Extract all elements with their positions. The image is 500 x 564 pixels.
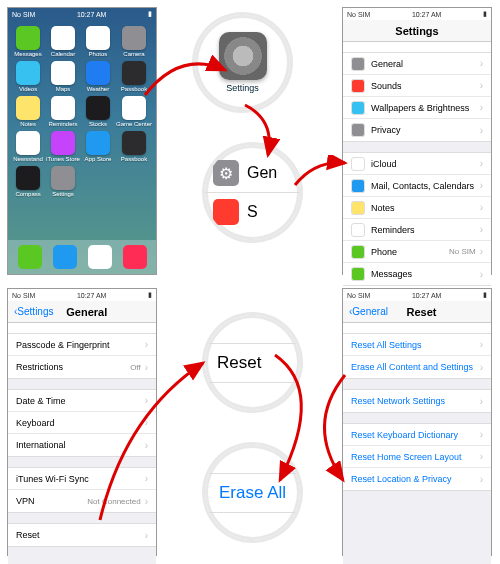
app-newsstand[interactable]: Newsstand [12,131,44,162]
row-international[interactable]: International› [8,434,156,456]
app-game-center[interactable]: Game Center [116,96,152,127]
chevron-right-icon: › [145,395,148,406]
row-label: VPN [16,496,87,506]
row-notes[interactable]: Notes› [343,197,491,219]
app-icon [86,131,110,155]
app-photos[interactable]: Photos [82,26,114,57]
row-keyboard[interactable]: Keyboard› [8,412,156,434]
app-icon [122,26,146,50]
app-label: Maps [56,86,71,92]
app-passbook[interactable]: Passbook [116,131,152,162]
row-erase-all-content-and-settings[interactable]: Erase All Content and Settings› [343,356,491,378]
row-mail-contacts-calendars[interactable]: Mail, Contacts, Calendars› [343,175,491,197]
row-label: Notes [371,203,480,213]
app-icon [86,26,110,50]
app-label: Weather [87,86,110,92]
dock-phone[interactable] [18,245,42,269]
row-reminders[interactable]: Reminders› [343,219,491,241]
app-label: Settings [226,83,259,93]
row-value: No SIM [449,247,476,256]
app-label: Videos [19,86,37,92]
reset-group-2: Reset Network Settings› [343,389,491,413]
row-reset-keyboard-dictionary[interactable]: Reset Keyboard Dictionary› [343,424,491,446]
general-group-1: Passcode & Fingerprint›RestrictionsOff› [8,333,156,379]
row-messages[interactable]: Messages› [343,263,491,285]
app-icon [16,61,40,85]
app-compass[interactable]: Compass [12,166,44,197]
app-label: Camera [123,51,144,57]
app-settings[interactable]: Settings [46,166,80,197]
dock [8,240,156,274]
row-wallpapers-brightness[interactable]: Wallpapers & Brightness› [343,97,491,119]
row-general[interactable]: General› [343,53,491,75]
app-icon [16,131,40,155]
app-app-store[interactable]: App Store [82,131,114,162]
app-notes[interactable]: Notes [12,96,44,127]
row-icon [351,57,365,71]
row-privacy[interactable]: Privacy› [343,119,491,141]
general-group-2: Date & Time›Keyboard›International› [8,389,156,457]
app-icon [16,26,40,50]
row-icon [351,101,365,115]
chevron-right-icon: › [480,429,483,440]
row-sounds[interactable]: Sounds› [343,75,491,97]
sounds-icon [213,199,239,225]
app-maps[interactable]: Maps [46,61,80,92]
row-reset-home-screen-layout[interactable]: Reset Home Screen Layout› [343,446,491,468]
zoom-reset-row: Reset [205,315,300,410]
app-label: Photos [89,51,108,57]
app-passbook[interactable]: Passbook [116,61,152,92]
carrier: No SIM [347,292,370,299]
chevron-right-icon: › [145,496,148,507]
app-stocks[interactable]: Stocks [82,96,114,127]
app-messages[interactable]: Messages [12,26,44,57]
gear-icon: ⚙ [213,160,239,186]
row-vpn[interactable]: VPNNot Connected› [8,490,156,512]
row-label: Reset Keyboard Dictionary [351,430,480,440]
app-camera[interactable]: Camera [116,26,152,57]
status-bar: No SIM 10:27 AM ▮ [8,289,156,301]
row-label: Passcode & Fingerprint [16,340,145,350]
row-itunes-wi-fi-sync[interactable]: iTunes Wi-Fi Sync› [8,468,156,490]
app-weather[interactable]: Weather [82,61,114,92]
dock-safari[interactable] [88,245,112,269]
app-label: Calendar [51,51,75,57]
reset-group-3: Reset Keyboard Dictionary›Reset Home Scr… [343,423,491,491]
carrier: No SIM [12,11,35,18]
row-date-time[interactable]: Date & Time› [8,390,156,412]
app-itunes-store[interactable]: iTunes Store [46,131,80,162]
row-reset-network-settings[interactable]: Reset Network Settings› [343,390,491,412]
chevron-right-icon: › [145,339,148,350]
app-videos[interactable]: Videos [12,61,44,92]
chevron-right-icon: › [480,246,483,257]
row-label-partial: S [247,203,258,221]
app-calendar[interactable]: Calendar [46,26,80,57]
row-passcode-fingerprint[interactable]: Passcode & Fingerprint› [8,334,156,356]
app-reminders[interactable]: Reminders [46,96,80,127]
row-label: Mail, Contacts, Calendars [371,181,480,191]
dock-music[interactable] [123,245,147,269]
row-icloud[interactable]: iCloud› [343,153,491,175]
row-restrictions[interactable]: RestrictionsOff› [8,356,156,378]
carrier: No SIM [347,11,370,18]
dock-mail[interactable] [53,245,77,269]
settings-list: General›Sounds›Wallpapers & Brightness›P… [343,52,491,286]
zoom-settings-icon: Settings [195,15,290,110]
app-label: Compass [15,191,40,197]
row-label: Messages [371,269,480,279]
row-reset[interactable]: Reset› [8,524,156,546]
row-label: Erase All [219,483,286,503]
row-value: Off [130,363,141,372]
chevron-right-icon: › [480,80,483,91]
time: 10:27 AM [412,11,442,18]
app-icon [86,96,110,120]
app-icon [51,61,75,85]
general-list: Passcode & Fingerprint›RestrictionsOff› … [8,333,156,564]
chevron-right-icon: › [145,440,148,451]
row-value: Not Connected [87,497,140,506]
chevron-right-icon: › [480,396,483,407]
row-reset-all-settings[interactable]: Reset All Settings› [343,334,491,356]
row-phone[interactable]: PhoneNo SIM› [343,241,491,263]
row-label: General [371,59,480,69]
row-reset-location-privacy[interactable]: Reset Location & Privacy› [343,468,491,490]
